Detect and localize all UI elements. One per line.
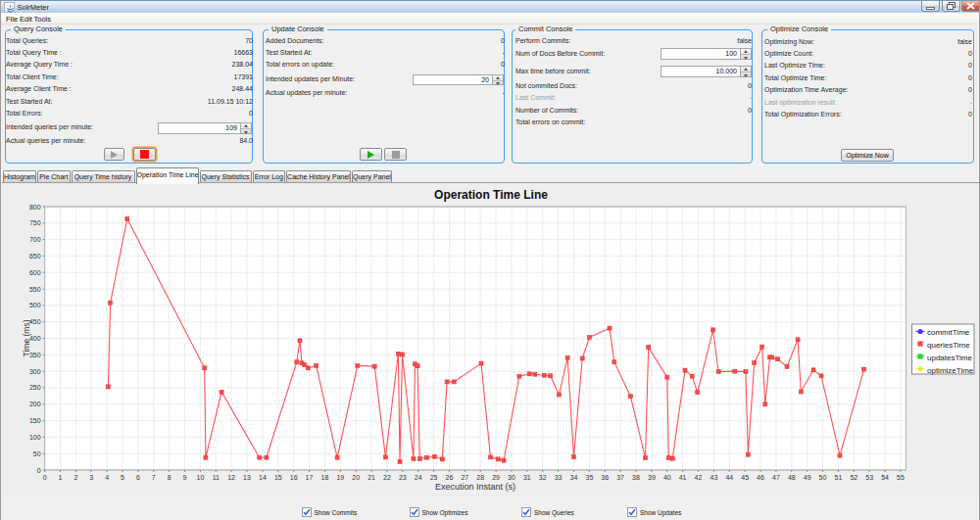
svg-text:50: 50 <box>33 450 41 457</box>
svg-text:32: 32 <box>539 474 547 481</box>
svg-text:48: 48 <box>788 474 796 481</box>
svg-text:24: 24 <box>415 474 422 481</box>
svg-text:updatesTime: updatesTime <box>927 354 973 362</box>
svg-text:33: 33 <box>555 474 563 481</box>
svg-text:Operation Time Line: Operation Time Line <box>434 188 548 202</box>
svg-text:5: 5 <box>121 474 124 481</box>
svg-text:22: 22 <box>383 474 391 481</box>
svg-text:53: 53 <box>865 474 873 481</box>
svg-text:17: 17 <box>306 474 314 481</box>
svg-text:28: 28 <box>476 474 484 481</box>
svg-text:12: 12 <box>227 474 235 481</box>
svg-text:300: 300 <box>29 368 41 375</box>
svg-text:55: 55 <box>897 474 905 481</box>
svg-text:Execution Instant (s): Execution Instant (s) <box>435 482 515 492</box>
svg-text:34: 34 <box>570 474 578 481</box>
svg-text:650: 650 <box>29 253 41 260</box>
svg-text:7: 7 <box>152 474 156 481</box>
svg-text:51: 51 <box>835 474 843 481</box>
svg-text:41: 41 <box>679 474 687 481</box>
svg-text:500: 500 <box>29 302 41 308</box>
svg-text:Time (ms): Time (ms) <box>22 319 31 356</box>
svg-text:29: 29 <box>492 474 500 481</box>
svg-text:35: 35 <box>586 474 594 481</box>
svg-text:39: 39 <box>648 474 656 481</box>
svg-text:40: 40 <box>663 474 671 481</box>
svg-text:21: 21 <box>368 474 375 481</box>
svg-text:0: 0 <box>37 467 41 474</box>
svg-text:10: 10 <box>197 474 205 481</box>
svg-text:commitTime: commitTime <box>927 328 970 337</box>
svg-text:550: 550 <box>29 286 41 293</box>
svg-text:38: 38 <box>632 474 640 481</box>
svg-text:18: 18 <box>321 474 329 481</box>
svg-text:36: 36 <box>601 474 609 481</box>
svg-text:44: 44 <box>725 474 733 481</box>
svg-text:46: 46 <box>757 474 764 481</box>
svg-text:3: 3 <box>89 474 93 481</box>
svg-text:23: 23 <box>399 474 407 481</box>
svg-text:45: 45 <box>741 474 749 481</box>
svg-text:42: 42 <box>695 474 703 481</box>
svg-text:4: 4 <box>105 474 109 481</box>
svg-text:16: 16 <box>290 474 298 481</box>
svg-text:150: 150 <box>29 417 41 424</box>
svg-text:200: 200 <box>29 401 41 407</box>
svg-text:31: 31 <box>523 474 531 481</box>
svg-text:1: 1 <box>59 474 63 481</box>
svg-text:47: 47 <box>772 474 780 481</box>
svg-text:54: 54 <box>881 474 889 481</box>
svg-text:queriesTime: queriesTime <box>927 341 970 350</box>
svg-text:0: 0 <box>43 474 47 481</box>
svg-text:14: 14 <box>259 474 267 481</box>
svg-text:11: 11 <box>213 474 220 481</box>
svg-text:2: 2 <box>74 474 77 481</box>
svg-text:8: 8 <box>168 474 172 481</box>
svg-text:9: 9 <box>183 474 187 481</box>
svg-text:43: 43 <box>710 474 718 481</box>
svg-text:37: 37 <box>616 474 624 481</box>
svg-text:20: 20 <box>352 474 360 481</box>
svg-text:250: 250 <box>29 384 41 391</box>
svg-text:19: 19 <box>336 474 344 481</box>
svg-text:600: 600 <box>29 269 41 276</box>
svg-text:50: 50 <box>819 474 827 481</box>
svg-text:700: 700 <box>29 236 41 243</box>
svg-text:30: 30 <box>508 474 515 481</box>
svg-text:52: 52 <box>850 474 858 481</box>
svg-text:100: 100 <box>29 434 41 441</box>
svg-text:6: 6 <box>136 474 140 481</box>
svg-text:800: 800 <box>29 204 41 211</box>
svg-text:27: 27 <box>461 474 468 481</box>
svg-text:49: 49 <box>804 474 811 481</box>
svg-text:15: 15 <box>274 474 282 481</box>
svg-text:13: 13 <box>243 474 251 481</box>
svg-text:optimizeTime: optimizeTime <box>927 366 974 375</box>
svg-text:750: 750 <box>29 219 41 226</box>
svg-text:26: 26 <box>446 474 454 481</box>
svg-text:25: 25 <box>430 474 438 481</box>
